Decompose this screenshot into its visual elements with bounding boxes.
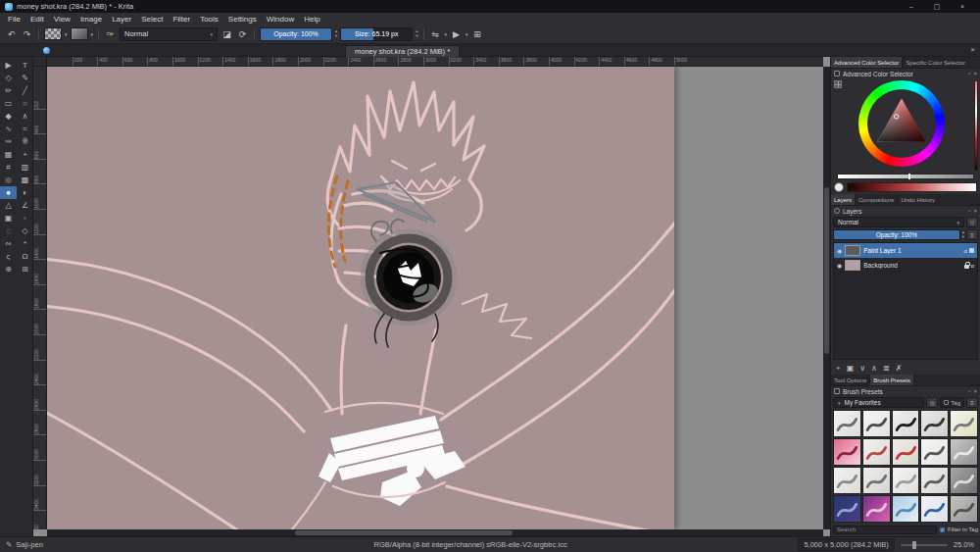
- document-tab[interactable]: money shot.kra (284.2 MiB) *: [345, 45, 460, 57]
- horizontal-scrollbar[interactable]: [47, 529, 823, 536]
- brush-preset-13[interactable]: [892, 467, 920, 494]
- brush-preset-19[interactable]: [920, 495, 949, 523]
- gradient-chooser[interactable]: [44, 27, 62, 40]
- brush-preset-2[interactable]: [862, 410, 891, 437]
- brush-preset-11[interactable]: [833, 467, 861, 494]
- selector-shape-icon[interactable]: [834, 80, 842, 88]
- horizontal-ruler[interactable]: 2004006008001000120014001600180020002200…: [47, 57, 823, 67]
- layer-properties-button[interactable]: ≣: [883, 364, 890, 373]
- active-brush-name[interactable]: Saji-pen: [16, 540, 43, 549]
- layer-opacity-slider[interactable]: Opacity: 100%: [833, 229, 960, 240]
- brush-preset-9[interactable]: [920, 438, 949, 466]
- brush-preset-3[interactable]: [892, 410, 920, 437]
- undo-button[interactable]: ↶: [5, 27, 18, 41]
- layer-blending-mode-combo[interactable]: Normal ▾: [833, 217, 964, 227]
- current-color-swatch[interactable]: [834, 182, 844, 192]
- similar-color-select-tool[interactable]: *: [17, 237, 33, 250]
- tab-specific-color-selector[interactable]: Specific Color Selector: [903, 57, 969, 68]
- close-docker-icon[interactable]: ×: [973, 388, 977, 394]
- pattern-chooser-arrow[interactable]: ▾: [91, 31, 94, 37]
- delete-layer-button[interactable]: ✗: [896, 364, 903, 373]
- ellipse-tool[interactable]: ○: [17, 97, 33, 110]
- tab-undo-history[interactable]: Undo History: [898, 194, 939, 205]
- layer-row-paint-layer-1[interactable]: ◉ Paint Layer 1 α: [834, 243, 977, 258]
- menu-edit[interactable]: Edit: [25, 15, 49, 24]
- fill-tool[interactable]: ●: [0, 186, 17, 199]
- vertical-scrollbar-thumb[interactable]: [824, 187, 829, 354]
- edit-shapes-tool[interactable]: ◇: [0, 72, 17, 84]
- layer-opacity-spinner[interactable]: ▴▾: [962, 230, 964, 239]
- brush-preset-7[interactable]: [862, 438, 891, 466]
- move-tool[interactable]: +: [17, 148, 33, 161]
- bezier-select-tool[interactable]: ς: [0, 250, 17, 263]
- reload-preset-button[interactable]: ⟳: [236, 27, 249, 41]
- line-tool[interactable]: ╱: [17, 84, 33, 97]
- rectangle-tool[interactable]: ▭: [0, 97, 17, 110]
- freehand-brush-tool[interactable]: ✏: [0, 84, 17, 97]
- layer-menu-button[interactable]: ≡: [966, 229, 978, 240]
- pattern-edit-tool[interactable]: ▩: [17, 174, 33, 186]
- gradient-tool[interactable]: ▥: [17, 161, 33, 174]
- bezier-curve-tool[interactable]: ∿: [0, 123, 17, 135]
- color-sampler-tool[interactable]: ◎: [0, 174, 17, 186]
- mirror-options-arrow[interactable]: ▾: [445, 31, 448, 37]
- mirror-button[interactable]: ⇋: [429, 27, 442, 41]
- minimize-button[interactable]: –: [899, 3, 924, 11]
- assistants-tool[interactable]: △: [0, 199, 17, 212]
- blending-mode-combo[interactable]: Normal ▾: [120, 27, 218, 41]
- layer-visibility-icon[interactable]: ◉: [837, 247, 842, 254]
- preset-search-input[interactable]: Search: [833, 526, 937, 534]
- brush-preset-17[interactable]: [862, 495, 891, 523]
- brush-preset-18[interactable]: [892, 495, 920, 523]
- brush-preset-1[interactable]: [833, 410, 861, 437]
- multibrush-tool[interactable]: ※: [17, 135, 33, 148]
- zoom-slider[interactable]: [901, 544, 948, 546]
- layer-style-icon[interactable]: [969, 248, 974, 253]
- trim-canvas-button[interactable]: ⊞: [471, 27, 484, 41]
- filter-in-tag-checkbox[interactable]: ✓: [940, 527, 945, 532]
- maximize-button[interactable]: ▢: [924, 3, 950, 11]
- preset-view-button[interactable]: ◎: [926, 397, 938, 408]
- float-docker-icon[interactable]: ▫: [968, 388, 970, 394]
- vertical-scrollbar[interactable]: [823, 67, 830, 529]
- polygon-tool[interactable]: ◆: [0, 110, 17, 123]
- tag-filter-combo[interactable]: ▾ My Favorites: [833, 397, 924, 408]
- lock-icon[interactable]: [964, 265, 969, 269]
- hsv-triangle[interactable]: [870, 92, 933, 155]
- brush-preset-4[interactable]: [920, 410, 949, 437]
- menu-file[interactable]: File: [3, 15, 25, 24]
- menu-filter[interactable]: Filter: [168, 15, 195, 24]
- close-document-icon[interactable]: ×: [970, 45, 975, 54]
- zoom-tool[interactable]: ⊕: [0, 263, 17, 276]
- opacity-slider[interactable]: Opacity: 100%: [260, 27, 332, 41]
- value-bar[interactable]: [837, 174, 974, 179]
- gradient-chooser-arrow[interactable]: ▾: [65, 31, 68, 37]
- wraparound-button[interactable]: ▶: [450, 27, 463, 41]
- brush-preset-10[interactable]: [950, 438, 978, 466]
- menu-settings[interactable]: Settings: [223, 15, 262, 24]
- pan-tool[interactable]: ⊞: [17, 263, 33, 276]
- text-tool[interactable]: T: [17, 59, 33, 72]
- duplicate-layer-button[interactable]: ▣: [847, 364, 855, 373]
- enclose-fill-tool[interactable]: ◐: [17, 186, 33, 199]
- canvas-artwork[interactable]: [47, 67, 674, 529]
- shade-bar[interactable]: [847, 182, 977, 192]
- size-slider[interactable]: Size: 65.19 px: [340, 27, 413, 41]
- tab-advanced-color-selector[interactable]: Advanced Color Selector: [831, 57, 903, 68]
- brush-preset-15[interactable]: [950, 467, 978, 494]
- close-button[interactable]: ×: [950, 3, 975, 11]
- move-layer-down-button[interactable]: ∨: [859, 364, 865, 373]
- move-layer-up-button[interactable]: ∧: [871, 364, 877, 373]
- menu-help[interactable]: Help: [299, 15, 324, 24]
- hue-ring[interactable]: [858, 80, 945, 167]
- brush-preset-20[interactable]: [950, 495, 978, 523]
- polygonal-select-tool[interactable]: ◇: [17, 225, 33, 237]
- rectangular-select-tool[interactable]: ▫: [17, 212, 33, 225]
- zoom-level-label[interactable]: 25.0%: [954, 540, 974, 549]
- crop-tool[interactable]: #: [0, 161, 17, 174]
- size-spinner[interactable]: ▴▾: [416, 29, 417, 38]
- dynamic-brush-tool[interactable]: ✑: [0, 135, 17, 148]
- close-docker-icon[interactable]: ×: [973, 208, 977, 214]
- freehand-path-tool[interactable]: ≈: [17, 123, 33, 135]
- close-docker-icon[interactable]: ×: [973, 71, 977, 76]
